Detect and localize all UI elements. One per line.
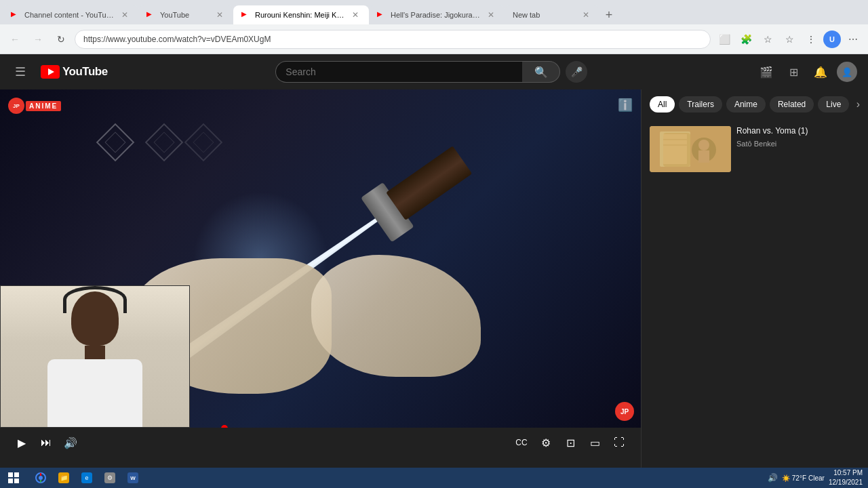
jp-logo-circle: JP (8, 98, 24, 114)
tab-close-4[interactable]: ✕ (486, 9, 496, 20)
windows-logo-icon (8, 472, 19, 483)
tab-channel-content[interactable]: ▶ Channel content - YouTube Stu... ✕ (3, 5, 138, 24)
word-icon: W (127, 472, 138, 483)
controls-row: ▶ ⏭ 🔊 CC ⚙ ⊡ ▭ ⛶ (11, 432, 630, 453)
video-card-rohan[interactable]: Rohan vs. Yoma (1) Satō Benkei (650, 122, 860, 176)
new-tab-button[interactable]: + (599, 5, 618, 24)
apps-grid-icon[interactable]: ⊞ (783, 61, 804, 83)
video-player[interactable]: JP ANIME (0, 89, 641, 428)
chip-anime[interactable]: Anime (726, 96, 766, 113)
collections-icon[interactable]: ☆ (780, 30, 799, 49)
tab-new-tab[interactable]: New tab ✕ (505, 5, 599, 24)
create-video-icon[interactable]: 🎬 (755, 61, 777, 83)
taskbar-word[interactable]: W (122, 469, 144, 487)
weather-temp: 72°F (792, 474, 806, 482)
chip-related[interactable]: Related (770, 96, 814, 113)
browser-toolbar-icons: ⬜ 🧩 ☆ ☆ ⋮ U ⋯ (715, 30, 863, 49)
search-input[interactable] (275, 61, 522, 83)
youtube-app: ☰ YouTube 🔍 🎤 🎬 ⊞ 🔔 👤 (0, 54, 868, 488)
browser-tab-bar: ▶ Channel content - YouTube Stu... ✕ ▶ Y… (0, 0, 868, 24)
tab-close-3[interactable]: ✕ (350, 9, 361, 20)
back-button[interactable]: ← (5, 30, 24, 49)
voice-search-button[interactable]: 🎤 (566, 61, 587, 83)
tab-favicon-3: ▶ (241, 10, 251, 20)
hamburger-menu-icon[interactable]: ☰ (11, 62, 30, 81)
weather-condition: Clear (808, 474, 825, 482)
svg-rect-2 (663, 134, 687, 164)
browser-toolbar: ← → ↻ https://www.youtube.com/watch?v=vD… (0, 24, 868, 54)
video-info-icon[interactable]: ℹ️ (618, 98, 633, 113)
skip-next-button[interactable]: ⏭ (35, 432, 57, 453)
person-figure (47, 291, 142, 427)
refresh-button[interactable]: ↻ (52, 30, 71, 49)
tab-title-3: Rurouni Kenshin: Meiji Kenkaku... (255, 11, 346, 19)
miniplayer-button[interactable]: ⊡ (559, 432, 581, 453)
tab-youtube[interactable]: ▶ YouTube ✕ (138, 5, 233, 24)
video-column: JP ANIME (0, 89, 641, 488)
taskbar-edge[interactable]: e (76, 469, 98, 487)
clan-symbol-1 (96, 123, 134, 162)
subtitles-button[interactable]: CC (511, 432, 532, 453)
user-account-avatar[interactable]: 👤 (837, 62, 857, 82)
tab-rurouni[interactable]: ▶ Rurouni Kenshin: Meiji Kenkaku... ✕ (233, 5, 369, 24)
tab-close-2[interactable]: ✕ (214, 9, 225, 20)
taskbar-explorer[interactable]: 📁 (53, 469, 75, 487)
jp-anime-logo: JP ANIME (8, 98, 61, 114)
file-explorer-icon: 📁 (58, 472, 69, 483)
video-card-title-rohan: Rohan vs. Yoma (1) (736, 126, 860, 137)
tab-close-5[interactable]: ✕ (580, 9, 591, 20)
taskbar-chrome[interactable] (30, 469, 52, 487)
extensions-icon[interactable]: 🧩 (736, 30, 755, 49)
volume-button[interactable]: 🔊 (60, 432, 81, 453)
clan-symbols (96, 123, 222, 164)
address-bar[interactable]: https://www.youtube.com/watch?v=vDVEAm0X… (75, 30, 711, 49)
search-bar: 🔍 (275, 61, 560, 83)
browser-profile-avatar[interactable]: U (823, 30, 841, 48)
taskbar-clock: 10:57 PM 12/19/2021 (829, 468, 863, 487)
notifications-bell-icon[interactable]: 🔔 (810, 61, 831, 83)
volume-icon[interactable]: 🔊 (768, 473, 778, 483)
search-button[interactable]: 🔍 (522, 61, 560, 83)
svg-rect-7 (698, 150, 709, 163)
taskbar-settings[interactable]: ⚙ (99, 469, 121, 487)
browser-settings-icon[interactable]: ⋮ (802, 30, 821, 49)
tab-hells-paradise[interactable]: ▶ Hell's Paradise: Jigokuraku - Ori... ✕ (369, 5, 505, 24)
address-url: https://www.youtube.com/watch?v=vDVEAm0X… (83, 35, 271, 44)
controls-left: ▶ ⏭ 🔊 (11, 432, 81, 453)
controls-right: CC ⚙ ⊡ ▭ ⛶ (511, 432, 630, 453)
chip-live[interactable]: Live (818, 96, 849, 113)
favorites-icon[interactable]: ☆ (758, 30, 777, 49)
chips-chevron-icon[interactable]: › (856, 98, 860, 110)
forward-button[interactable]: → (28, 30, 47, 49)
person-head (71, 291, 119, 346)
clock-date: 12/19/2021 (829, 478, 863, 487)
video-content: JP ANIME (0, 89, 641, 428)
webcam-overlay (0, 285, 190, 428)
chip-all[interactable]: All (650, 96, 675, 113)
youtube-logo[interactable]: YouTube (41, 65, 108, 79)
edge-icon: e (81, 472, 92, 483)
settings-button[interactable]: ⚙ (535, 432, 557, 453)
webcam-scene (1, 286, 189, 427)
video-progress-thumb (221, 425, 228, 428)
rohan-thumbnail-svg (650, 126, 731, 172)
tab-title-1: Channel content - YouTube Stu... (24, 11, 115, 19)
header-icons: 🎬 ⊞ 🔔 👤 (755, 61, 857, 83)
jp-text: JP (13, 103, 20, 109)
tab-title-4: Hell's Paradise: Jigokuraku - Ori... (391, 11, 481, 19)
fullscreen-button[interactable]: ⛶ (608, 432, 630, 453)
browser-overflow-icon[interactable]: ⋯ (844, 30, 863, 49)
chrome-icon (35, 472, 46, 483)
start-button[interactable] (0, 468, 27, 488)
video-card-info-rohan: Rohan vs. Yoma (1) Satō Benkei (736, 126, 860, 172)
chip-trailers[interactable]: Trailers (679, 96, 722, 113)
svg-rect-1 (660, 131, 690, 167)
cast-icon[interactable]: ⬜ (715, 30, 734, 49)
person-body (47, 359, 142, 427)
play-pause-button[interactable]: ▶ (11, 432, 33, 453)
youtube-main: JP ANIME (0, 89, 868, 488)
svg-rect-9 (14, 472, 19, 477)
theater-mode-button[interactable]: ▭ (584, 432, 606, 453)
person-neck (85, 346, 105, 359)
tab-close-1[interactable]: ✕ (119, 9, 130, 20)
